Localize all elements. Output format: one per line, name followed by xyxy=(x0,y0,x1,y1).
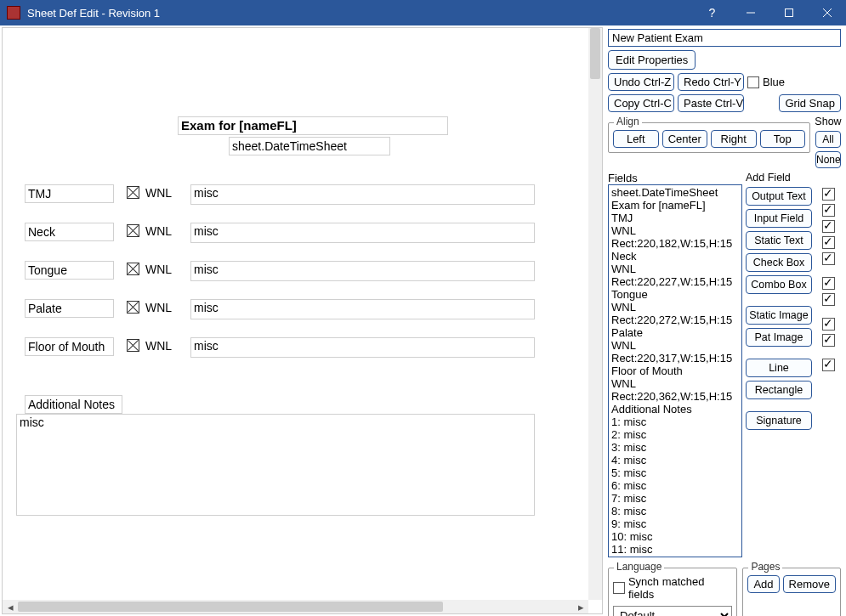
canvas-row-misc[interactable]: misc xyxy=(190,299,535,319)
fields-list-item[interactable]: WNL xyxy=(611,224,739,237)
minimize-button[interactable] xyxy=(731,0,769,25)
canvas-row-label[interactable]: Neck xyxy=(25,223,114,241)
fields-list-item[interactable]: 10: misc xyxy=(611,530,739,543)
add-signature-button[interactable]: Signature xyxy=(746,411,812,430)
canvas-title-field[interactable]: Exam for [nameFL] xyxy=(178,116,448,135)
copy-button[interactable]: Copy Ctrl-C xyxy=(608,94,674,112)
synch-checkbox-wrapper[interactable]: Synch matched fields xyxy=(613,575,732,601)
show-input-field-checkbox[interactable] xyxy=(822,204,835,217)
canvas-row-misc[interactable]: misc xyxy=(190,184,535,205)
canvas-row-misc[interactable]: misc xyxy=(190,261,535,281)
fields-list-item[interactable]: Floor of Mouth xyxy=(611,365,739,377)
fields-list-item[interactable]: Tongue xyxy=(611,288,739,301)
align-top-button[interactable]: Top xyxy=(760,130,806,148)
fields-list-item[interactable]: Rect:220,317,W:15,H:15 xyxy=(611,352,739,365)
undo-button[interactable]: Undo Ctrl-Z xyxy=(608,73,674,91)
show-line-checkbox[interactable] xyxy=(822,318,835,331)
fields-list-item[interactable]: 7: misc xyxy=(611,492,739,505)
canvas-row-checkbox[interactable] xyxy=(127,339,139,352)
add-output-text-button[interactable]: Output Text xyxy=(746,187,812,206)
help-button[interactable]: ? xyxy=(693,0,731,25)
scroll-left-icon[interactable]: ◂ xyxy=(4,602,16,612)
canvas-row-label[interactable]: Floor of Mouth xyxy=(25,337,114,356)
grid-snap-button[interactable]: Grid Snap xyxy=(779,94,841,112)
canvas-row-misc[interactable]: misc xyxy=(190,223,535,243)
add-rectangle-button[interactable]: Rectangle xyxy=(746,381,812,399)
fields-list-item[interactable]: 11: misc xyxy=(611,543,739,556)
fields-list-item[interactable]: 8: misc xyxy=(611,505,739,517)
fields-list-item[interactable]: Additional Notes xyxy=(611,403,739,415)
sheet-name-input[interactable]: New Patient Exam xyxy=(608,29,841,47)
fields-list-item[interactable]: Rect:220,182,W:15,H:15 xyxy=(611,237,739,250)
add-input-field-button[interactable]: Input Field xyxy=(746,209,812,228)
show-combo-box-checkbox[interactable] xyxy=(822,252,835,265)
canvas-row-checkbox[interactable] xyxy=(127,263,139,275)
scroll-right-icon[interactable]: ▸ xyxy=(575,602,587,612)
fields-list-item[interactable]: Palate xyxy=(611,326,739,339)
canvas-row-wnl[interactable]: WNL xyxy=(143,261,177,278)
paste-button[interactable]: Paste Ctrl-V xyxy=(678,94,744,112)
fields-list-item[interactable]: 1: misc xyxy=(611,415,739,428)
add-pat-image-button[interactable]: Pat Image xyxy=(746,328,812,347)
fields-list-item[interactable]: Rect:220,272,W:15,H:15 xyxy=(611,314,739,326)
add-static-image-button[interactable]: Static Image xyxy=(746,306,812,325)
language-select[interactable]: Default xyxy=(613,606,732,616)
fields-list-item[interactable]: Exam for [nameFL] xyxy=(611,199,739,212)
fields-list-item[interactable]: 5: misc xyxy=(611,466,739,479)
show-signature-checkbox[interactable] xyxy=(822,359,835,371)
show-static-text-checkbox[interactable] xyxy=(822,220,835,233)
show-check-box-checkbox[interactable] xyxy=(822,236,835,249)
align-right-button[interactable]: Right xyxy=(711,130,757,148)
show-all-button[interactable]: All xyxy=(815,131,841,148)
show-static-image-checkbox[interactable] xyxy=(822,277,835,290)
canvas-row-label[interactable]: Palate xyxy=(25,299,114,318)
edit-properties-button[interactable]: Edit Properties xyxy=(608,50,696,70)
align-left-button[interactable]: Left xyxy=(613,130,659,148)
fields-list-item[interactable]: WNL xyxy=(611,339,739,352)
canvas-notes-field[interactable]: misc xyxy=(16,414,535,516)
fields-list-item[interactable]: 9: misc xyxy=(611,517,739,530)
page-add-button[interactable]: Add xyxy=(747,575,779,593)
canvas-row-wnl[interactable]: WNL xyxy=(143,299,177,316)
fields-list-item[interactable]: WNL xyxy=(611,263,739,275)
blue-checkbox-wrapper[interactable]: Blue xyxy=(747,76,785,88)
canvas-notes-label[interactable]: Additional Notes xyxy=(25,395,122,414)
fields-list-item[interactable]: 4: misc xyxy=(611,454,739,466)
align-center-button[interactable]: Center xyxy=(662,130,708,148)
horizontal-scroll-thumb[interactable] xyxy=(18,602,443,612)
add-check-box-button[interactable]: Check Box xyxy=(746,253,812,272)
show-none-button[interactable]: None xyxy=(815,151,841,168)
canvas-row-wnl[interactable]: WNL xyxy=(143,337,177,354)
vertical-scrollbar[interactable] xyxy=(588,28,602,600)
fields-list[interactable]: sheet.DateTimeSheetExam for [nameFL]TMJW… xyxy=(608,184,742,557)
fields-list-item[interactable]: sheet.DateTimeSheet xyxy=(611,186,739,199)
design-canvas[interactable]: Exam for [nameFL] sheet.DateTimeSheet TM… xyxy=(3,28,588,600)
canvas-row-label[interactable]: Tongue xyxy=(25,261,114,280)
add-static-text-button[interactable]: Static Text xyxy=(746,231,812,250)
synch-checkbox[interactable] xyxy=(613,582,625,594)
fields-list-item[interactable]: 3: misc xyxy=(611,441,739,454)
canvas-row-checkbox[interactable] xyxy=(127,301,139,314)
show-output-text-checkbox[interactable] xyxy=(822,188,835,201)
add-line-button[interactable]: Line xyxy=(746,359,812,377)
fields-list-item[interactable]: Rect:220,227,W:15,H:15 xyxy=(611,275,739,288)
close-button[interactable] xyxy=(808,0,846,25)
show-pat-image-checkbox[interactable] xyxy=(822,293,835,306)
page-remove-button[interactable]: Remove xyxy=(783,575,836,593)
canvas-datetime-field[interactable]: sheet.DateTimeSheet xyxy=(229,137,390,155)
maximize-button[interactable] xyxy=(769,0,808,25)
canvas-row-checkbox[interactable] xyxy=(127,224,139,237)
fields-list-item[interactable]: WNL xyxy=(611,377,739,390)
fields-list-item[interactable]: 2: misc xyxy=(611,428,739,441)
vertical-scroll-thumb[interactable] xyxy=(590,28,600,79)
fields-list-item[interactable]: Rect:220,362,W:15,H:15 xyxy=(611,390,739,403)
show-rectangle-checkbox[interactable] xyxy=(822,334,835,347)
canvas-row-label[interactable]: TMJ xyxy=(25,184,114,203)
fields-list-item[interactable]: WNL xyxy=(611,301,739,314)
redo-button[interactable]: Redo Ctrl-Y xyxy=(678,73,744,91)
canvas-row-wnl[interactable]: WNL xyxy=(143,223,177,240)
fields-list-item[interactable]: 6: misc xyxy=(611,479,739,492)
canvas-row-misc[interactable]: misc xyxy=(190,337,535,358)
fields-list-item[interactable]: Neck xyxy=(611,250,739,263)
add-combo-box-button[interactable]: Combo Box xyxy=(746,275,812,294)
